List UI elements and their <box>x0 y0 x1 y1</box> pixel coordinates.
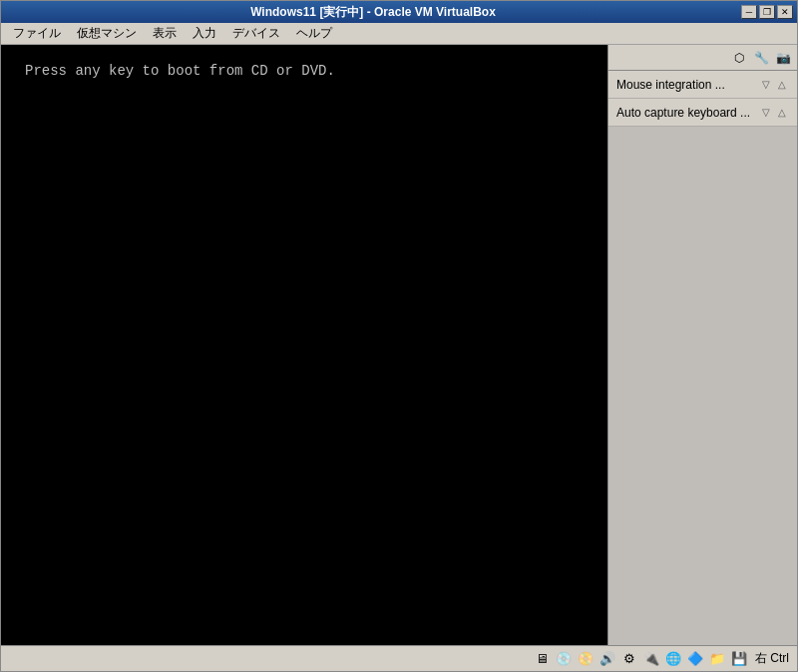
status-icon-net1[interactable]: 🌐 <box>663 649 683 669</box>
menubar: ファイル 仮想マシン 表示 入力 デバイス ヘルプ <box>1 23 797 45</box>
menu-file[interactable]: ファイル <box>5 23 69 44</box>
status-icon-audio[interactable]: 🔊 <box>598 649 617 669</box>
status-icon-share[interactable]: 📁 <box>707 649 727 669</box>
restore-button[interactable]: ❐ <box>759 5 775 19</box>
auto-capture-label: Auto capture keyboard ... <box>616 106 755 120</box>
menu-input[interactable]: 入力 <box>185 23 224 44</box>
panel-item-mouse[interactable]: Mouse integration ... ▽ △ <box>608 71 797 99</box>
titlebar: Windows11 [実行中] - Oracle VM VirtualBox ─… <box>1 1 797 23</box>
menu-devices[interactable]: デバイス <box>224 23 288 44</box>
mouse-integration-icons: ▽ △ <box>759 78 789 92</box>
menu-help[interactable]: ヘルプ <box>288 23 340 44</box>
status-icon-cd2[interactable]: 📀 <box>576 649 596 669</box>
close-button[interactable]: ✕ <box>777 5 793 19</box>
status-icon-misc[interactable]: 💾 <box>729 649 749 669</box>
window-title: Windows11 [実行中] - Oracle VM VirtualBox <box>5 4 741 21</box>
main-area: Press any key to boot from CD or DVD. ⬡ … <box>1 45 797 645</box>
panel-tool-btn-3[interactable]: 📷 <box>773 48 793 68</box>
right-panel: ⬡ 🔧 📷 Mouse integration ... ▽ △ Auto cap… <box>607 45 797 645</box>
status-icon-settings[interactable]: ⚙ <box>619 649 639 669</box>
auto-capture-icon1: ▽ <box>759 106 773 120</box>
status-icon-usb[interactable]: 🔌 <box>641 649 661 669</box>
mouse-integration-icon2: △ <box>775 78 789 92</box>
minimize-button[interactable]: ─ <box>741 5 757 19</box>
status-icon-display[interactable]: 🖥 <box>532 649 552 669</box>
status-icon-cd1[interactable]: 💿 <box>554 649 574 669</box>
menu-vm[interactable]: 仮想マシン <box>69 23 145 44</box>
panel-tool-btn-2[interactable]: 🔧 <box>751 48 771 68</box>
panel-tool-btn-1[interactable]: ⬡ <box>729 48 749 68</box>
auto-capture-icons: ▽ △ <box>759 106 789 120</box>
auto-capture-icon2: △ <box>775 106 789 120</box>
virtualbox-window: Windows11 [実行中] - Oracle VM VirtualBox ─… <box>0 0 798 672</box>
mouse-integration-icon1: ▽ <box>759 78 773 92</box>
mouse-integration-label: Mouse integration ... <box>616 78 755 92</box>
titlebar-buttons: ─ ❐ ✕ <box>741 5 793 19</box>
vm-screen[interactable]: Press any key to boot from CD or DVD. <box>1 45 607 645</box>
ctrl-key-label: 右 Ctrl <box>751 650 793 667</box>
menu-view[interactable]: 表示 <box>145 23 185 44</box>
status-icon-net2[interactable]: 🔷 <box>685 649 705 669</box>
panel-toolbar: ⬡ 🔧 📷 <box>608 45 797 71</box>
panel-item-keyboard[interactable]: Auto capture keyboard ... ▽ △ <box>608 99 797 127</box>
statusbar: 🖥 💿 📀 🔊 ⚙ 🔌 🌐 🔷 📁 💾 右 Ctrl <box>1 645 797 671</box>
boot-message: Press any key to boot from CD or DVD. <box>25 63 335 79</box>
